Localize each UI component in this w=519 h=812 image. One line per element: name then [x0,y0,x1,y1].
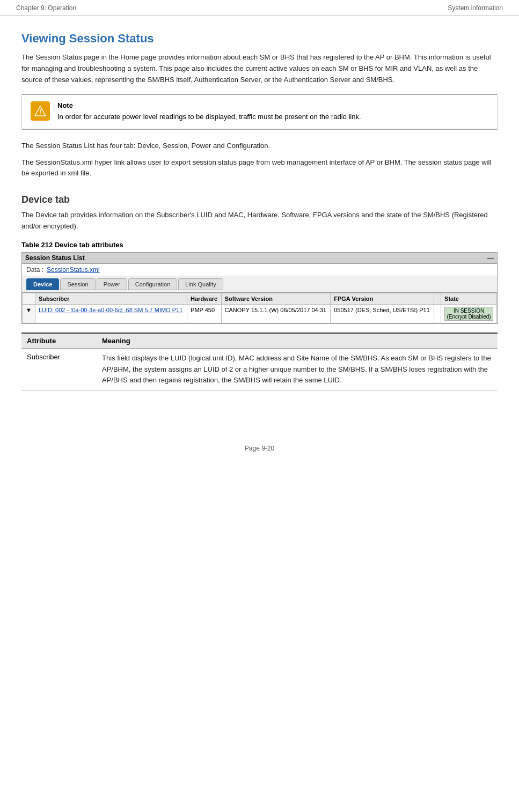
col-software: Software Version [221,293,331,304]
svg-text:!: ! [39,108,41,116]
session-status-widget: Session Status List — Data : SessionStat… [21,252,498,324]
tab-session[interactable]: Session [60,278,95,290]
paragraph1: The Session Status List has four tab: De… [21,141,498,152]
state-line1: IN SESSION [447,308,491,314]
attr-col-header: Attribute [21,333,97,349]
col-subscriber: Subscriber [35,293,187,304]
col-fpga: FPGA Version [331,293,434,304]
chapter-label: Chapter 9: Operation [16,4,76,12]
state-line2: (Encrypt Disabled) [447,314,491,320]
col-hardware: Hardware [187,293,222,304]
intro-paragraph: The Session Status page in the Home page… [21,52,498,85]
subscriber-link[interactable]: LUID: 002 - [0a-00-3e-a0-00-6c] .68 SM 5… [39,307,182,313]
minimize-button[interactable]: — [487,254,494,262]
note-body: In order for accurate power level readin… [57,112,361,122]
section-label: System information [448,4,503,12]
row-subscriber: LUID: 002 - [0a-00-3e-a0-00-6c] .68 SM 5… [35,304,187,323]
page-title: Viewing Session Status [21,32,498,46]
note-icon: ! [31,101,50,121]
session-table: Subscriber Hardware Software Version FPG… [22,293,497,323]
row-hardware: PMP 450 [187,304,222,323]
tabs-row: Device Session Power Configuration Link … [22,276,497,293]
attr-name: Subscriber [21,348,97,390]
device-tab-desc: The Device tab provides information on t… [21,210,498,232]
main-content: Viewing Session Status The Session Statu… [0,16,519,412]
tab-link-quality[interactable]: Link Quality [178,278,223,290]
row-software: CANOPY 15.1.1 (W) 06/05/2017 04:31 [221,304,331,323]
col-extra [434,293,441,304]
page-number: Page 9-20 [245,445,274,452]
page-header: Chapter 9: Operation System information [0,0,519,16]
data-row: Data : SessionStatus.xml [22,264,497,276]
attr-meaning: This field displays the LUID (logical un… [97,348,498,390]
tab-power[interactable]: Power [97,278,127,290]
note-title: Note [57,101,361,109]
tab-device[interactable]: Device [26,278,59,290]
state-badge: IN SESSION (Encrypt Disabled) [444,307,493,321]
table-caption: Table 212 Device tab attributes [21,241,498,249]
tab-configuration[interactable]: Configuration [128,278,177,290]
note-content: Note In order for accurate power level r… [57,101,361,122]
page-footer: Page 9-20 [0,434,519,463]
col-arrow [23,293,35,304]
attr-row: Subscriber This field displays the LUID … [21,348,498,390]
table-row: ▼ LUID: 002 - [0a-00-3e-a0-00-6c] .68 SM… [23,304,497,323]
widget-titlebar: Session Status List — [22,253,497,264]
attribute-table: Attribute Meaning Subscriber This field … [21,333,498,391]
row-state: IN SESSION (Encrypt Disabled) [441,304,497,323]
data-label: Data : [26,266,43,274]
row-fpga: 050517 (DES, Sched, US/ETSI) P11 [331,304,434,323]
meaning-col-header: Meaning [97,333,498,349]
col-state: State [441,293,497,304]
note-box: ! Note In order for accurate power level… [21,94,498,130]
session-status-xml-link[interactable]: SessionStatus.xml [47,266,100,274]
row-arrow: ▼ [23,304,35,323]
row-extra [434,304,441,323]
device-tab-title: Device tab [21,194,498,205]
widget-title: Session Status List [25,254,85,262]
paragraph2: The SessionStatus.xml hyper link allows … [21,157,498,180]
